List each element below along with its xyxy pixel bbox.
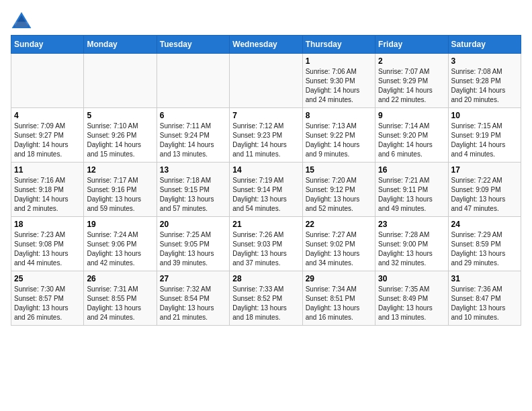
day-number: 18 (14, 220, 81, 229)
calendar-cell (11, 54, 84, 108)
day-info: Sunrise: 7:16 AM Sunset: 9:18 PM Dayligh… (14, 176, 81, 214)
day-number: 13 (160, 165, 226, 175)
day-number: 2 (378, 56, 445, 66)
day-number: 17 (451, 165, 518, 175)
day-number: 27 (160, 274, 226, 283)
day-number: 29 (306, 274, 372, 283)
day-info: Sunrise: 7:12 AM Sunset: 9:23 PM Dayligh… (232, 122, 299, 159)
calendar-cell: 17Sunrise: 7:22 AM Sunset: 9:09 PM Dayli… (448, 163, 521, 217)
calendar-cell: 15Sunrise: 7:20 AM Sunset: 9:12 PM Dayli… (302, 163, 375, 217)
weekday-header: Monday (84, 36, 157, 54)
calendar-cell: 27Sunrise: 7:32 AM Sunset: 8:54 PM Dayli… (157, 271, 229, 326)
day-info: Sunrise: 7:22 AM Sunset: 9:09 PM Dayligh… (451, 176, 518, 214)
weekday-header: Wednesday (230, 36, 302, 54)
day-info: Sunrise: 7:29 AM Sunset: 8:59 PM Dayligh… (451, 230, 518, 268)
page-header (11, 11, 521, 30)
calendar-cell: 9Sunrise: 7:14 AM Sunset: 9:20 PM Daylig… (375, 108, 448, 163)
day-info: Sunrise: 7:15 AM Sunset: 9:19 PM Dayligh… (451, 122, 518, 159)
day-info: Sunrise: 7:26 AM Sunset: 9:03 PM Dayligh… (232, 230, 299, 268)
day-info: Sunrise: 7:30 AM Sunset: 8:57 PM Dayligh… (14, 285, 81, 322)
day-number: 7 (232, 111, 299, 120)
day-info: Sunrise: 7:31 AM Sunset: 8:55 PM Dayligh… (87, 285, 153, 322)
weekday-header: Saturday (448, 36, 521, 54)
calendar-cell (230, 54, 302, 108)
day-info: Sunrise: 7:09 AM Sunset: 9:27 PM Dayligh… (14, 122, 81, 159)
day-info: Sunrise: 7:10 AM Sunset: 9:26 PM Dayligh… (87, 122, 153, 159)
day-info: Sunrise: 7:34 AM Sunset: 8:51 PM Dayligh… (306, 285, 372, 322)
calendar-cell: 16Sunrise: 7:21 AM Sunset: 9:11 PM Dayli… (375, 163, 448, 217)
calendar-cell: 24Sunrise: 7:29 AM Sunset: 8:59 PM Dayli… (448, 217, 521, 271)
calendar-cell (157, 54, 229, 108)
calendar-week-row: 18Sunrise: 7:23 AM Sunset: 9:08 PM Dayli… (11, 217, 521, 271)
day-info: Sunrise: 7:35 AM Sunset: 8:49 PM Dayligh… (378, 285, 445, 322)
calendar-cell: 11Sunrise: 7:16 AM Sunset: 9:18 PM Dayli… (11, 163, 84, 217)
day-number: 12 (87, 165, 153, 175)
calendar-cell: 5Sunrise: 7:10 AM Sunset: 9:26 PM Daylig… (84, 108, 157, 163)
day-info: Sunrise: 7:25 AM Sunset: 9:05 PM Dayligh… (160, 230, 226, 268)
day-info: Sunrise: 7:06 AM Sunset: 9:30 PM Dayligh… (306, 67, 372, 105)
calendar-cell: 2Sunrise: 7:07 AM Sunset: 9:29 PM Daylig… (375, 54, 448, 108)
day-number: 9 (378, 111, 445, 120)
day-number: 22 (306, 220, 372, 229)
day-number: 24 (451, 220, 518, 229)
day-number: 30 (378, 274, 445, 283)
day-number: 31 (451, 274, 518, 283)
day-info: Sunrise: 7:19 AM Sunset: 9:14 PM Dayligh… (232, 176, 299, 214)
weekday-header: Friday (375, 36, 448, 54)
day-number: 15 (306, 165, 372, 175)
day-info: Sunrise: 7:36 AM Sunset: 8:47 PM Dayligh… (451, 285, 518, 322)
calendar-week-row: 4Sunrise: 7:09 AM Sunset: 9:27 PM Daylig… (11, 108, 521, 163)
calendar-cell: 19Sunrise: 7:24 AM Sunset: 9:06 PM Dayli… (84, 217, 157, 271)
calendar-cell: 31Sunrise: 7:36 AM Sunset: 8:47 PM Dayli… (448, 271, 521, 326)
day-number: 4 (14, 111, 81, 120)
day-info: Sunrise: 7:14 AM Sunset: 9:20 PM Dayligh… (378, 122, 445, 159)
calendar-cell: 3Sunrise: 7:08 AM Sunset: 9:28 PM Daylig… (448, 54, 521, 108)
calendar-cell (84, 54, 157, 108)
day-info: Sunrise: 7:33 AM Sunset: 8:52 PM Dayligh… (232, 285, 299, 322)
calendar-cell: 6Sunrise: 7:11 AM Sunset: 9:24 PM Daylig… (157, 108, 229, 163)
calendar-cell: 4Sunrise: 7:09 AM Sunset: 9:27 PM Daylig… (11, 108, 84, 163)
logo-icon (11, 11, 32, 30)
calendar-table: SundayMondayTuesdayWednesdayThursdayFrid… (11, 35, 521, 326)
logo (11, 11, 35, 30)
calendar-cell: 21Sunrise: 7:26 AM Sunset: 9:03 PM Dayli… (230, 217, 302, 271)
day-number: 5 (87, 111, 153, 120)
day-number: 3 (451, 56, 518, 66)
day-info: Sunrise: 7:23 AM Sunset: 9:08 PM Dayligh… (14, 230, 81, 268)
day-info: Sunrise: 7:20 AM Sunset: 9:12 PM Dayligh… (306, 176, 372, 214)
weekday-header-row: SundayMondayTuesdayWednesdayThursdayFrid… (11, 36, 521, 54)
calendar-cell: 8Sunrise: 7:13 AM Sunset: 9:22 PM Daylig… (302, 108, 375, 163)
day-number: 16 (378, 165, 445, 175)
day-number: 6 (160, 111, 226, 120)
calendar-cell: 26Sunrise: 7:31 AM Sunset: 8:55 PM Dayli… (84, 271, 157, 326)
day-number: 21 (232, 220, 299, 229)
calendar-week-row: 1Sunrise: 7:06 AM Sunset: 9:30 PM Daylig… (11, 54, 521, 108)
day-number: 19 (87, 220, 153, 229)
calendar-cell: 20Sunrise: 7:25 AM Sunset: 9:05 PM Dayli… (157, 217, 229, 271)
day-info: Sunrise: 7:32 AM Sunset: 8:54 PM Dayligh… (160, 285, 226, 322)
day-number: 28 (232, 274, 299, 283)
day-number: 26 (87, 274, 153, 283)
calendar-cell: 18Sunrise: 7:23 AM Sunset: 9:08 PM Dayli… (11, 217, 84, 271)
day-number: 14 (232, 165, 299, 175)
day-number: 25 (14, 274, 81, 283)
day-info: Sunrise: 7:11 AM Sunset: 9:24 PM Dayligh… (160, 122, 226, 159)
calendar-cell: 22Sunrise: 7:27 AM Sunset: 9:02 PM Dayli… (302, 217, 375, 271)
day-number: 11 (14, 165, 81, 175)
calendar-cell: 12Sunrise: 7:17 AM Sunset: 9:16 PM Dayli… (84, 163, 157, 217)
calendar-cell: 10Sunrise: 7:15 AM Sunset: 9:19 PM Dayli… (448, 108, 521, 163)
day-info: Sunrise: 7:07 AM Sunset: 9:29 PM Dayligh… (378, 67, 445, 105)
calendar-week-row: 11Sunrise: 7:16 AM Sunset: 9:18 PM Dayli… (11, 163, 521, 217)
calendar-cell: 7Sunrise: 7:12 AM Sunset: 9:23 PM Daylig… (230, 108, 302, 163)
calendar-cell: 30Sunrise: 7:35 AM Sunset: 8:49 PM Dayli… (375, 271, 448, 326)
day-info: Sunrise: 7:08 AM Sunset: 9:28 PM Dayligh… (451, 67, 518, 105)
calendar-cell: 28Sunrise: 7:33 AM Sunset: 8:52 PM Dayli… (230, 271, 302, 326)
day-info: Sunrise: 7:18 AM Sunset: 9:15 PM Dayligh… (160, 176, 226, 214)
day-number: 1 (306, 56, 372, 66)
calendar-cell: 1Sunrise: 7:06 AM Sunset: 9:30 PM Daylig… (302, 54, 375, 108)
day-info: Sunrise: 7:28 AM Sunset: 9:00 PM Dayligh… (378, 230, 445, 268)
day-info: Sunrise: 7:24 AM Sunset: 9:06 PM Dayligh… (87, 230, 153, 268)
day-info: Sunrise: 7:17 AM Sunset: 9:16 PM Dayligh… (87, 176, 153, 214)
calendar-cell: 14Sunrise: 7:19 AM Sunset: 9:14 PM Dayli… (230, 163, 302, 217)
calendar-cell: 23Sunrise: 7:28 AM Sunset: 9:00 PM Dayli… (375, 217, 448, 271)
